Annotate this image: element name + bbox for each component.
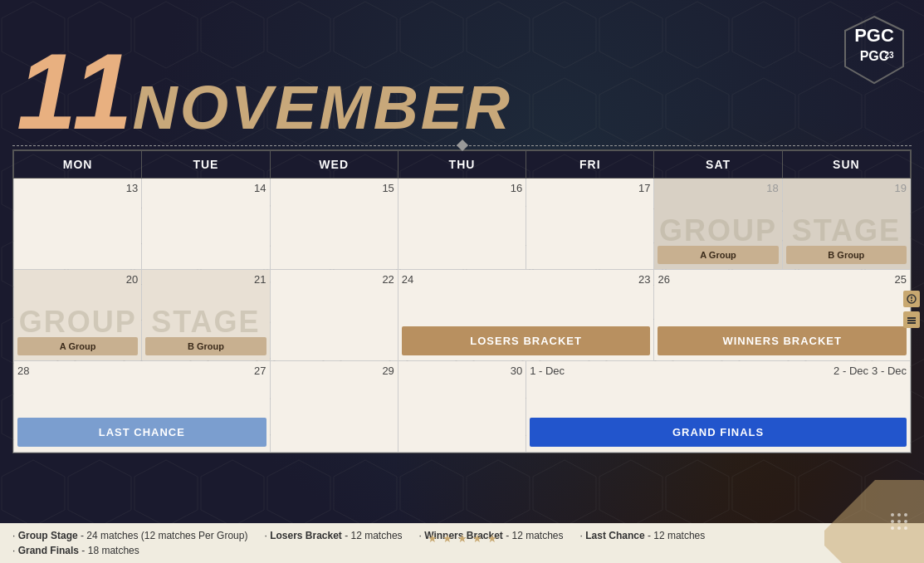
svg-rect-9: [907, 322, 916, 324]
svg-rect-8: [907, 320, 916, 321]
week-3: 27 28 LAST CHANCE 29 30 1 - Dec 2 - Dec …: [14, 361, 911, 453]
calendar: MON TUE WED THU FRI SAT SUN 13 14: [12, 149, 912, 453]
last-chance-label: LAST CHANCE: [17, 418, 266, 447]
svg-text:23: 23: [884, 51, 894, 60]
cell-13: 13: [14, 179, 142, 270]
date-16: 16: [402, 182, 522, 194]
stage-watermark-w2: STAGE: [142, 305, 269, 340]
date-24: 24: [402, 273, 413, 286]
star-4: ★: [472, 532, 482, 545]
date-22: 22: [274, 273, 394, 286]
cell-last-chance: 27 28 LAST CHANCE: [14, 361, 271, 453]
star-3: ★: [457, 532, 467, 545]
agroup-badge-w1: A Group: [658, 246, 778, 264]
cell-30: 30: [398, 361, 526, 453]
date-15: 15: [274, 182, 394, 194]
month-name: NOVEMBER: [133, 76, 512, 139]
day-number: 11: [17, 37, 129, 145]
logo: PGC PGC 23: [841, 12, 907, 79]
cell-20: 20 GROUP A Group: [14, 270, 142, 361]
header: 11 NOVEMBER PGC PGC 23: [0, 0, 924, 145]
date-13: 13: [17, 182, 138, 194]
date-30: 30: [402, 365, 522, 377]
cell-14: 14: [142, 179, 270, 270]
cell-21: 21 STAGE B Group: [142, 270, 270, 361]
stars-decoration: ★ ★ ★ ★ ★: [428, 532, 497, 545]
date-dec2: 2 - Dec: [834, 365, 868, 377]
date-28: 28: [17, 365, 29, 377]
date-18: 18: [658, 182, 778, 194]
cell-losers-bracket: 23 24 LOSERS BRACKET: [398, 270, 654, 361]
date-dec3: 3 - Dec: [872, 365, 907, 377]
stage-watermark-w1: STAGE: [783, 213, 910, 248]
cell-15: 15: [270, 179, 398, 270]
legend-losers: · Losers Bracket - 12 matches: [264, 530, 402, 541]
legend-last-chance: · Last Chance - 12 matches: [580, 530, 706, 541]
date-27: 27: [254, 365, 266, 377]
cell-grand-finals: 1 - Dec 2 - Dec 3 - Dec GRAND FINALS: [526, 361, 911, 453]
svg-rect-7: [907, 317, 916, 319]
cell-16: 16: [398, 179, 526, 270]
star-1: ★: [428, 532, 438, 545]
date-17: 17: [530, 182, 650, 194]
date-23: 23: [638, 273, 650, 286]
date-25: 25: [895, 273, 907, 286]
separator: [12, 145, 912, 146]
star-2: ★: [442, 532, 452, 545]
bgroup-badge-w1: B Group: [786, 246, 907, 264]
legend-grand-finals: · Grand Finals - 18 matches: [12, 545, 139, 556]
date-20: 20: [17, 273, 138, 286]
svg-point-6: [911, 300, 912, 301]
corner-decoration: [824, 480, 924, 563]
page-container: 11 NOVEMBER PGC PGC 23 MON TUE WED THU: [0, 0, 924, 563]
agroup-badge-w2: A Group: [17, 337, 138, 355]
legend-group-stage: · Group Stage - 24 matches (12 matches P…: [12, 530, 247, 541]
star-5: ★: [487, 532, 497, 545]
date-29: 29: [274, 365, 394, 377]
dot-grid: [891, 513, 907, 530]
date-19: 19: [786, 182, 907, 194]
date-14: 14: [145, 182, 266, 194]
footer-row-2: · Grand Finals - 18 matches: [12, 545, 912, 556]
cell-29: 29: [270, 361, 398, 453]
week-2: 20 GROUP A Group 21 STAGE B Group 22 23: [14, 270, 911, 361]
date-dec1: 1 - Dec: [530, 365, 565, 377]
cell-18: 18 GROUP A Group: [654, 179, 782, 270]
date-26: 26: [658, 273, 669, 286]
svg-text:PGC: PGC: [854, 25, 894, 46]
sidebar-icon-1: [903, 291, 920, 307]
cell-17: 17: [526, 179, 654, 270]
calendar-table: MON TUE WED THU FRI SAT SUN 13 14: [13, 150, 911, 453]
grand-finals-label: GRAND FINALS: [530, 418, 907, 447]
sidebar-icon-2: [903, 311, 920, 328]
bgroup-badge-w2: B Group: [145, 337, 266, 355]
group-watermark-w1: GROUP: [654, 213, 781, 248]
losers-bracket-label: LOSERS BRACKET: [402, 326, 651, 355]
cell-winners-bracket: 25 26 WINNERS BRACKET: [654, 270, 911, 361]
winners-bracket-label: WINNERS BRACKET: [658, 326, 907, 355]
date-21: 21: [145, 273, 266, 286]
cell-22: 22: [270, 270, 398, 361]
cell-19: 19 STAGE B Group: [782, 179, 910, 270]
group-watermark-w2: GROUP: [14, 305, 141, 340]
week-1: 13 14 15 16 17 18: [14, 179, 911, 270]
sidebar-icons: [903, 291, 920, 328]
